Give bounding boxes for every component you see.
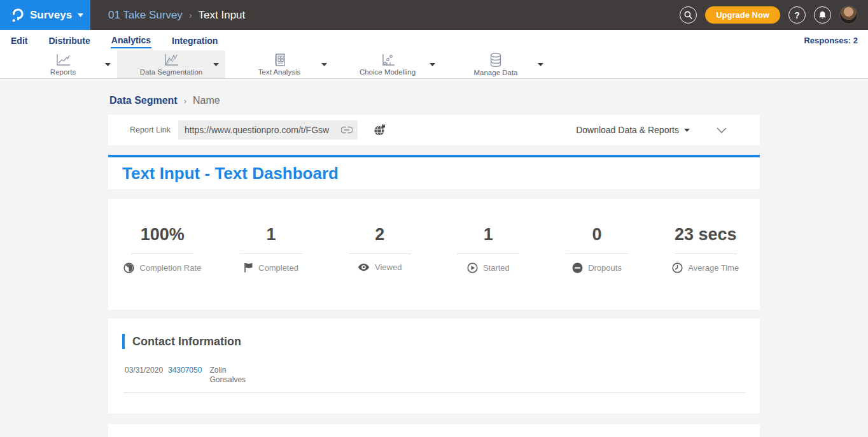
stat-value: 1 bbox=[484, 225, 493, 245]
download-data-reports-menu[interactable]: Download Data & Reports bbox=[576, 125, 690, 135]
report-link-bar: Report Link Download Data & Reports bbox=[108, 115, 760, 145]
notifications-button[interactable] bbox=[814, 6, 831, 24]
minus-circle-icon bbox=[572, 262, 583, 273]
survey-nav: Edit Distribute Analytics Integration Re… bbox=[0, 30, 868, 50]
breadcrumb-survey-link[interactable]: 01 Take Survey bbox=[108, 9, 183, 22]
divider bbox=[675, 254, 737, 254]
caret-down-icon bbox=[538, 63, 543, 66]
breadcrumb: 01 Take Survey › Text Input bbox=[90, 9, 245, 22]
stat-value: 0 bbox=[592, 225, 602, 245]
caret-down-icon bbox=[430, 63, 435, 66]
breadcrumb-separator: › bbox=[184, 96, 186, 106]
area-chart-icon bbox=[163, 53, 179, 67]
scatter-chart-icon bbox=[379, 53, 396, 67]
stat-value: 100% bbox=[141, 225, 185, 245]
stat-label: Viewed bbox=[375, 262, 402, 272]
divider bbox=[123, 392, 746, 393]
tab-data-segmentation[interactable]: Data Segmentation bbox=[117, 50, 225, 78]
divider bbox=[566, 254, 628, 254]
report-url-box bbox=[178, 120, 358, 140]
question-mark-icon: ? bbox=[794, 10, 800, 20]
stat-label: Average Time bbox=[688, 263, 739, 273]
stat-value: 2 bbox=[375, 225, 384, 245]
stat-viewed: 2 Viewed bbox=[325, 225, 434, 310]
caret-down-icon bbox=[321, 63, 327, 66]
upgrade-now-button[interactable]: Upgrade Now bbox=[705, 6, 780, 24]
section-title: Contact Information bbox=[122, 334, 746, 349]
nav-edit[interactable]: Edit bbox=[10, 32, 28, 48]
tab-label: Choice Modelling bbox=[360, 68, 416, 76]
divider bbox=[131, 254, 193, 254]
divider bbox=[240, 254, 302, 254]
nav-distribute[interactable]: Distribute bbox=[48, 32, 90, 48]
stat-value: 1 bbox=[266, 225, 276, 245]
chevron-down-icon bbox=[78, 13, 83, 17]
contact-information-card: Contact Information 03/31/2020 34307050 … bbox=[108, 319, 760, 413]
search-button[interactable] bbox=[680, 6, 697, 24]
stat-dropouts: 0 Dropouts bbox=[543, 225, 652, 310]
download-label: Download Data & Reports bbox=[576, 125, 679, 135]
play-circle-icon bbox=[467, 262, 478, 273]
help-button[interactable]: ? bbox=[788, 6, 806, 24]
completion-pie-icon bbox=[123, 262, 134, 273]
stat-completion-rate: 100% Completion Rate bbox=[108, 225, 217, 310]
questionpro-logo-icon bbox=[10, 8, 24, 23]
user-avatar[interactable] bbox=[839, 6, 858, 24]
breadcrumb-current-page: Text Input bbox=[199, 9, 246, 22]
segment-breadcrumb: Data Segment › Name bbox=[109, 95, 760, 106]
divider bbox=[457, 254, 519, 254]
tab-label: Reports bbox=[50, 68, 76, 76]
flag-icon bbox=[244, 262, 253, 273]
tab-reports[interactable]: Reports bbox=[9, 50, 117, 78]
data-segment-link[interactable]: Data Segment bbox=[109, 95, 178, 106]
tab-manage-data[interactable]: Manage Data bbox=[442, 50, 550, 78]
tab-label: Manage Data bbox=[473, 69, 517, 76]
collapse-chevron-icon[interactable] bbox=[717, 127, 727, 133]
nav-integration[interactable]: Integration bbox=[171, 32, 218, 48]
caret-down-icon bbox=[105, 63, 111, 66]
surveys-product-menu[interactable]: Surveys bbox=[0, 0, 90, 30]
segment-current: Name bbox=[193, 95, 220, 106]
dashboard-title-card: Text Input - Text Dashboard bbox=[108, 155, 760, 189]
globe-lock-icon[interactable] bbox=[374, 124, 386, 136]
clock-icon bbox=[672, 262, 683, 273]
stat-average-time: 23 secs Average Time bbox=[651, 225, 760, 310]
tab-text-analysis[interactable]: Text Analysis bbox=[225, 50, 333, 78]
main-content: Data Segment › Name Report Link Download… bbox=[0, 79, 868, 436]
tab-label: Data Segmentation bbox=[140, 68, 202, 76]
report-link-label: Report Link bbox=[130, 125, 171, 134]
document-grid-icon bbox=[272, 53, 286, 67]
divider bbox=[349, 254, 411, 254]
tab-choice-modelling[interactable]: Choice Modelling bbox=[333, 50, 442, 78]
stat-label: Dropouts bbox=[588, 263, 622, 273]
next-section-card bbox=[108, 424, 760, 437]
database-icon bbox=[488, 52, 503, 68]
top-header: Surveys 01 Take Survey › Text Input Upgr… bbox=[0, 0, 868, 30]
eye-icon bbox=[358, 263, 370, 271]
bell-icon bbox=[818, 11, 827, 20]
table-row: 03/31/2020 34307050 Zolin Gonsalves bbox=[125, 366, 746, 385]
dashboard-title: Text Input - Text Dashboard bbox=[122, 164, 339, 183]
stat-completed: 1 Completed bbox=[217, 225, 326, 310]
respondent-name: Zolin Gonsalves bbox=[209, 366, 249, 385]
header-actions: Upgrade Now ? bbox=[680, 6, 868, 24]
line-chart-icon bbox=[55, 53, 71, 67]
link-icon[interactable] bbox=[341, 125, 353, 134]
product-name: Surveys bbox=[30, 9, 72, 22]
tab-label: Text Analysis bbox=[258, 68, 300, 76]
stat-label: Completion Rate bbox=[139, 263, 201, 273]
caret-down-icon bbox=[684, 129, 690, 132]
survey-stats-card: 100% Completion Rate 1 Completed bbox=[108, 199, 760, 310]
analytics-toolbar: Reports Data Segmentation Text Analysis … bbox=[0, 50, 868, 79]
report-url-input[interactable] bbox=[185, 125, 341, 135]
breadcrumb-separator: › bbox=[189, 10, 192, 20]
nav-analytics[interactable]: Analytics bbox=[111, 32, 151, 48]
responses-count[interactable]: Responses: 2 bbox=[804, 36, 858, 45]
caret-down-icon bbox=[213, 63, 219, 66]
stat-value: 23 secs bbox=[675, 225, 737, 245]
stat-label: Started bbox=[483, 263, 510, 273]
response-id-link[interactable]: 34307050 bbox=[168, 366, 202, 385]
response-date: 03/31/2020 bbox=[125, 366, 165, 385]
stat-started: 1 Started bbox=[434, 225, 543, 310]
search-icon bbox=[684, 11, 692, 19]
